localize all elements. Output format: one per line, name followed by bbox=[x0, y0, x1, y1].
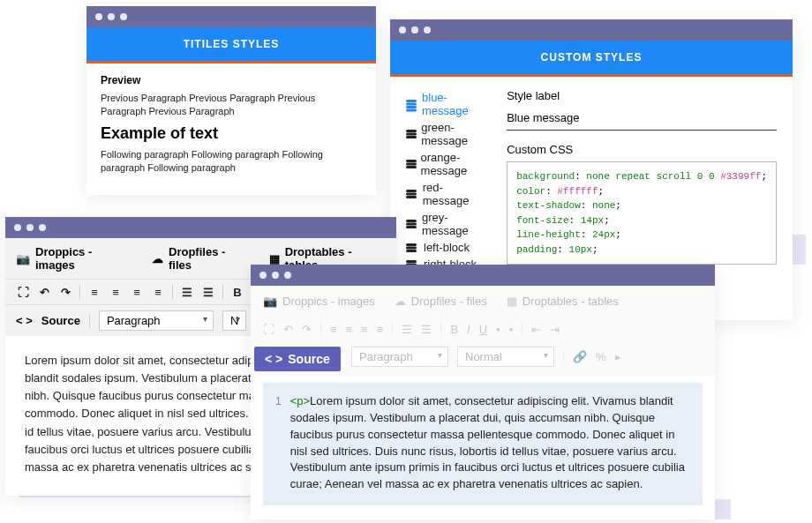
align-justify-icon[interactable]: ≡ bbox=[377, 323, 384, 336]
class-label: orange-message bbox=[421, 151, 483, 177]
undo-icon[interactable]: ↶ bbox=[283, 323, 293, 336]
class-item-red[interactable]: red-message bbox=[406, 179, 482, 209]
strike-icon[interactable]: ▪ bbox=[496, 323, 500, 336]
class-icon bbox=[406, 100, 415, 108]
source-button[interactable]: Source bbox=[41, 314, 80, 327]
class-label: left-block bbox=[424, 241, 470, 254]
align-right-icon[interactable]: ≡ bbox=[361, 323, 368, 336]
window-dot bbox=[26, 224, 34, 231]
separator bbox=[89, 314, 90, 328]
code-content: Lorem ipsum dolor sit amet, consectetur … bbox=[290, 394, 685, 490]
align-left-icon[interactable]: ≡ bbox=[330, 323, 337, 336]
underline-icon[interactable]: U bbox=[479, 323, 487, 336]
class-icon bbox=[406, 243, 417, 252]
align-justify-icon[interactable]: ≡ bbox=[151, 286, 165, 298]
format-select[interactable]: Paragraph bbox=[351, 347, 448, 367]
size-select[interactable]: Normal bbox=[457, 347, 554, 367]
outdent-icon[interactable]: ⇤ bbox=[531, 323, 541, 336]
source-tab-button[interactable]: < > Source bbox=[254, 347, 341, 371]
format-select[interactable]: Paragraph bbox=[99, 310, 214, 331]
css-editor[interactable]: background: none repeat scroll 0 0 #3399… bbox=[507, 161, 777, 265]
window-dot bbox=[120, 13, 127, 20]
window-dot bbox=[259, 272, 267, 279]
panel-header: CUSTOM STYLES bbox=[390, 41, 793, 74]
align-left-icon[interactable]: ≡ bbox=[87, 286, 102, 298]
clear-icon[interactable]: ▪ bbox=[509, 323, 514, 336]
source-editor[interactable]: 1 <p>Lorem ipsum dolor sit amet, consect… bbox=[263, 383, 703, 505]
code-icon: < > bbox=[265, 352, 282, 366]
italic-icon[interactable]: I bbox=[467, 323, 470, 336]
camera-icon: 📷 bbox=[16, 252, 30, 265]
class-item-grey[interactable]: grey-message bbox=[406, 209, 482, 239]
undo-icon[interactable]: ↶ bbox=[37, 286, 51, 298]
table-icon: ▦ bbox=[269, 252, 280, 265]
droppics-button[interactable]: 📷Droppics - images bbox=[16, 245, 132, 272]
following-paragraph: Following paragraph Following paragraph … bbox=[101, 148, 362, 176]
window-dot bbox=[399, 26, 406, 34]
class-item-blue[interactable]: blue-message bbox=[406, 89, 482, 119]
previous-paragraph: Previous Paragraph Previous Paragraph Pr… bbox=[101, 92, 362, 119]
link-icon[interactable]: 🔗 bbox=[573, 350, 587, 363]
class-item-orange[interactable]: orange-message bbox=[406, 149, 482, 179]
class-label: red-message bbox=[423, 181, 482, 207]
style-label-input[interactable] bbox=[507, 108, 777, 131]
preview-label: Preview bbox=[101, 74, 362, 86]
class-item-green[interactable]: green-message bbox=[406, 119, 482, 149]
class-label: grey-message bbox=[422, 211, 482, 237]
droppics-button[interactable]: 📷Droppics - images bbox=[263, 295, 375, 308]
html-tag: <p> bbox=[290, 394, 310, 407]
class-icon bbox=[406, 130, 414, 138]
window-dot bbox=[14, 224, 21, 231]
style-label-label: Style label bbox=[507, 89, 777, 102]
separator bbox=[440, 322, 441, 336]
indent-icon[interactable]: ⇥ bbox=[550, 323, 560, 336]
class-item-left[interactable]: left-block bbox=[406, 239, 482, 256]
class-label: green-message bbox=[421, 121, 482, 147]
class-label: blue-message bbox=[422, 91, 482, 117]
window-dot bbox=[424, 26, 431, 34]
separator bbox=[392, 322, 393, 336]
bold-icon[interactable]: B bbox=[450, 323, 458, 336]
source-code: <p>Lorem ipsum dolor sit amet, consectet… bbox=[290, 393, 690, 493]
window-dot bbox=[284, 272, 291, 279]
class-icon bbox=[406, 160, 414, 168]
bold-icon[interactable]: B bbox=[230, 286, 244, 298]
dropfiles-button[interactable]: ☁Dropfiles - files bbox=[152, 245, 250, 272]
unlink-icon[interactable]: % bbox=[596, 350, 606, 363]
titlebar bbox=[390, 19, 793, 41]
redo-icon[interactable]: ↷ bbox=[302, 323, 312, 336]
dropfiles-button[interactable]: ☁Dropfiles - files bbox=[395, 295, 487, 308]
code-icon: < > bbox=[16, 314, 33, 327]
number-list-icon[interactable]: ☰ bbox=[201, 286, 215, 298]
separator bbox=[172, 285, 173, 299]
align-center-icon[interactable]: ≡ bbox=[346, 323, 353, 336]
class-icon bbox=[406, 190, 416, 198]
plugin-toolbar: 📷Droppics - images ☁Dropfiles - files ▦D… bbox=[251, 286, 715, 317]
class-icon bbox=[406, 220, 415, 228]
redo-icon[interactable]: ↷ bbox=[58, 286, 72, 298]
align-center-icon[interactable]: ≡ bbox=[109, 286, 123, 298]
number-list-icon[interactable]: ☰ bbox=[421, 323, 432, 336]
maximize-icon[interactable]: ⛶ bbox=[16, 286, 30, 298]
bullet-list-icon[interactable]: ☰ bbox=[180, 286, 194, 298]
align-right-icon[interactable]: ≡ bbox=[130, 286, 144, 298]
titlebar bbox=[86, 6, 376, 27]
media-icon[interactable]: ▸ bbox=[615, 350, 621, 363]
window-dot bbox=[39, 224, 46, 231]
titlebar bbox=[5, 217, 396, 238]
example-text: Example of text bbox=[101, 124, 362, 143]
window-dot bbox=[411, 26, 418, 34]
maximize-icon[interactable]: ⛶ bbox=[263, 323, 274, 336]
window-dot bbox=[95, 13, 102, 20]
titlebar bbox=[251, 265, 715, 286]
cloud-icon: ☁ bbox=[152, 252, 163, 265]
format-toolbar: ⛶ ↶ ↷ ≡ ≡ ≡ ≡ ☰ ☰ B I U ▪ ▪ ⇤ ⇥ bbox=[251, 317, 715, 341]
size-select[interactable]: N bbox=[222, 310, 246, 331]
droptables-button[interactable]: ▦Droptables - tables bbox=[507, 295, 619, 308]
bullet-list-icon[interactable]: ☰ bbox=[402, 323, 412, 336]
separator bbox=[563, 350, 564, 364]
window-dot bbox=[272, 272, 279, 279]
separator bbox=[79, 285, 80, 299]
custom-css-label: Custom CSS bbox=[507, 143, 777, 156]
table-icon: ▦ bbox=[507, 295, 517, 308]
